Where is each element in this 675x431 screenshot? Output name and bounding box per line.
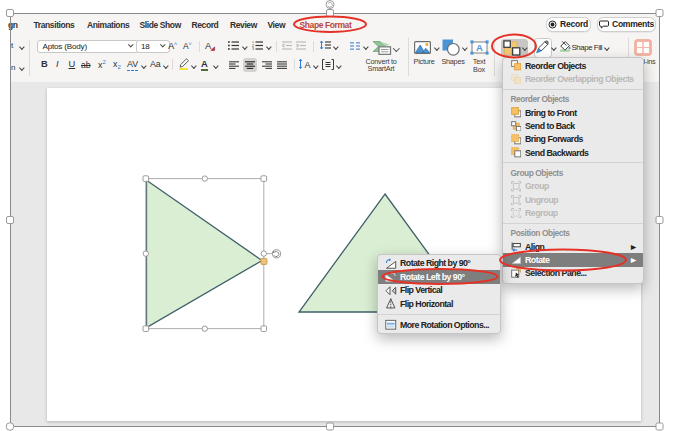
svg-text:A: A [305,60,311,70]
svg-text:A: A [476,42,483,53]
svg-text:3: 3 [252,47,254,50]
